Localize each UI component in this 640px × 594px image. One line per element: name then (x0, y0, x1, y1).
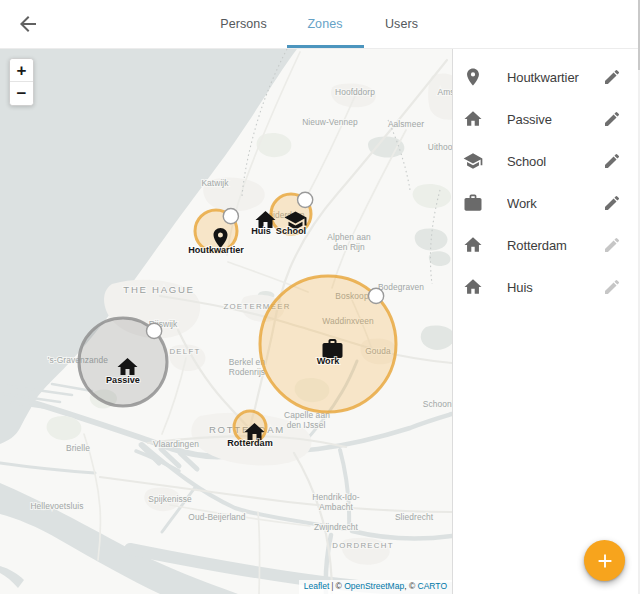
openstreetmap-link[interactable]: OpenStreetMap (344, 581, 404, 591)
zone-name-label: Huis (507, 280, 600, 295)
zone-marker-label: Work (317, 356, 341, 366)
map-label: Hoofddorp (335, 87, 375, 97)
map-label: Alphen aan (327, 232, 371, 242)
plus-icon (594, 550, 616, 572)
tab-users-label: Users (385, 17, 418, 31)
pencil-icon (603, 194, 622, 213)
edit-zone-button-school[interactable] (600, 149, 624, 173)
map-label: DORDRECHT (332, 541, 394, 550)
map-label: den Rijn (333, 242, 365, 252)
zoom-out-button[interactable]: − (10, 82, 33, 105)
edit-zone-button-huis[interactable] (600, 275, 624, 299)
place-icon (461, 65, 485, 89)
map-label: Hendrik-Ido- (312, 492, 359, 502)
zone-marker-label: Huis (251, 226, 271, 236)
add-zone-fab[interactable] (584, 540, 625, 581)
app-bar: Persons Zones Users (0, 0, 640, 49)
map-label: Hellevoetsluis (30, 501, 83, 511)
zone-resize-handle-houtkwartier[interactable] (223, 209, 238, 224)
edit-zone-button-rotterdam[interactable] (600, 233, 624, 257)
map-attribution: Leaflet|© OpenStreetMap, © CARTO (299, 580, 452, 594)
zone-list-item-houtkwartier[interactable]: Houtkwartier (453, 56, 640, 98)
tab-zones[interactable]: Zones (287, 0, 364, 48)
leaflet-link[interactable]: Leaflet (304, 581, 330, 591)
zone-list-item-rotterdam[interactable]: Rotterdam (453, 224, 640, 266)
home-icon (461, 233, 485, 257)
map-label: Katwijk (201, 178, 229, 188)
map-label: THE HAGUE (123, 284, 194, 295)
zone-name-label: Rotterdam (507, 238, 600, 253)
map-label: Schoonhoven (423, 399, 452, 409)
map-label: Berkel en (229, 357, 266, 367)
zone-list-item-school[interactable]: School (453, 140, 640, 182)
zoom-in-button[interactable]: + (10, 59, 33, 82)
home-icon (461, 107, 485, 131)
zone-name-label: Passive (507, 112, 600, 127)
map-label: Amstelveen (438, 87, 452, 97)
pencil-icon (603, 236, 622, 255)
work-icon (461, 191, 485, 215)
map-label: Vlaardingen (153, 439, 199, 449)
edit-zone-button-passive[interactable] (600, 107, 624, 131)
map-label: Bodegraven (378, 282, 424, 292)
map[interactable]: HoofddorpAmstelveenNieuw-VennepAalsmeerU… (0, 49, 452, 594)
map-label: Oud-Beijerland (188, 512, 246, 522)
pencil-icon (603, 110, 622, 129)
map-label: Ambacht (319, 502, 353, 512)
carto-copyright: © (409, 581, 415, 591)
zone-list-item-work[interactable]: Work (453, 182, 640, 224)
school-icon (461, 149, 485, 173)
zone-marker-label: Houtkwartier (188, 245, 244, 255)
zone-resize-handle-work[interactable] (368, 288, 383, 303)
map-label: Rodenrijs (229, 367, 265, 377)
map-label: DELFT (169, 347, 200, 356)
tab-zones-label: Zones (307, 17, 342, 31)
map-label: Brielle (66, 443, 90, 453)
map-canvas: HoofddorpAmstelveenNieuw-VennepAalsmeerU… (0, 49, 452, 594)
tab-bar: Persons Zones Users (0, 0, 640, 48)
edit-zone-button-houtkwartier[interactable] (600, 65, 624, 89)
zones-panel: HoutkwartierPassiveSchoolWorkRotterdamHu… (452, 49, 640, 594)
pencil-icon (603, 152, 622, 171)
content-area: HoofddorpAmstelveenNieuw-VennepAalsmeerU… (0, 49, 640, 594)
zone-marker-label: Passive (106, 375, 140, 385)
map-zoom-control: + − (9, 58, 34, 106)
zone-marker-label: Rotterdam (227, 438, 272, 448)
map-label: Nieuw-Vennep (302, 117, 358, 127)
zone-resize-handle-school[interactable] (298, 192, 313, 207)
map-label: Uithoorn (428, 142, 452, 152)
pencil-icon (603, 278, 622, 297)
map-label: Zwijndrecht (314, 522, 358, 532)
zone-list-item-passive[interactable]: Passive (453, 98, 640, 140)
map-label: den IJssel (287, 420, 326, 430)
tab-users[interactable]: Users (364, 0, 440, 48)
zone-list: HoutkwartierPassiveSchoolWorkRotterdamHu… (453, 56, 640, 308)
map-label: Aalsmeer (388, 119, 424, 129)
carto-link[interactable]: CARTO (418, 581, 447, 591)
pencil-icon (603, 68, 622, 87)
zone-resize-handle-passive[interactable] (147, 323, 162, 338)
zone-marker-label: School (276, 226, 306, 236)
home-icon (461, 275, 485, 299)
attribution-comma: , (404, 581, 406, 591)
zone-name-label: School (507, 154, 600, 169)
osm-copyright: © (336, 581, 342, 591)
app-window: Persons Zones Users (0, 0, 640, 594)
active-tab-indicator (287, 45, 364, 48)
zone-name-label: Houtkwartier (507, 70, 600, 85)
edit-zone-button-work[interactable] (600, 191, 624, 215)
tab-persons[interactable]: Persons (201, 0, 287, 48)
map-label: Sliedrecht (395, 512, 434, 522)
zone-list-item-huis[interactable]: Huis (453, 266, 640, 308)
tab-persons-label: Persons (220, 17, 267, 31)
map-label: Spijkenisse (148, 494, 192, 504)
zone-name-label: Work (507, 196, 600, 211)
